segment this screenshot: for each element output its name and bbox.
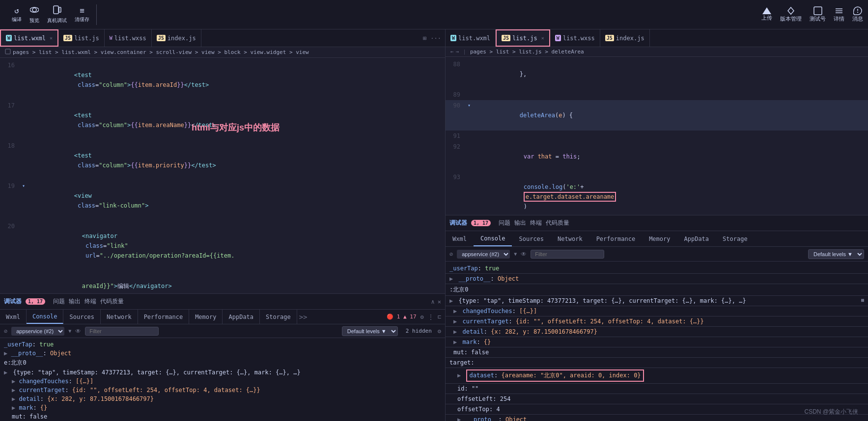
right-tab-list-wxml[interactable]: W list.wxml — [446, 29, 496, 47]
left-editor-wrapper: html与对应js中的数据 16 <test class="column">{{… — [0, 58, 445, 293]
console-entry-mut: mut: false — [4, 412, 441, 421]
js-icon-2: JS — [157, 35, 166, 41]
r-entry-proto[interactable]: ▶ __proto__: Object — [446, 274, 868, 284]
rdt-appdata[interactable]: AppData — [677, 231, 716, 246]
dt-storage[interactable]: Storage — [260, 310, 297, 324]
rdt-console[interactable]: Console — [474, 231, 512, 246]
right-tab-terminal[interactable]: 终端 — [530, 219, 542, 227]
debug-tab-terminal[interactable]: 终端 — [84, 297, 96, 306]
left-panel: W list.wxml ✕ JS list.js W list.wxss JS … — [0, 29, 446, 421]
clear-cache-btn[interactable]: ≡ 清缓存 — [72, 5, 92, 24]
message-btn[interactable]: 消息 — [852, 6, 863, 23]
right-tab-output[interactable]: 输出 — [514, 219, 526, 227]
r-entry-detail: ▶ detail: {x: 282, y: 87.15001678466797} — [446, 327, 868, 337]
eye-icon-left[interactable]: 👁 — [75, 328, 81, 335]
main-content: W list.wxml ✕ JS list.js W list.wxss JS … — [0, 29, 868, 421]
error-badge: 🔴 1 ▲ 17 — [387, 314, 416, 320]
tab-list-wxss[interactable]: W list.wxss — [105, 29, 152, 47]
right-console-output[interactable]: _userTap: true ▶ __proto__: Object :北京0 … — [446, 262, 868, 421]
filter-input-left[interactable] — [85, 327, 159, 336]
rdt-network[interactable]: Network — [551, 231, 589, 246]
context-select-right[interactable]: appservice (#2) — [457, 250, 510, 259]
right-tab-list-js[interactable]: JS list.js ✕ — [496, 29, 550, 47]
level-select-left[interactable]: Default levels ▼ — [342, 326, 398, 336]
collapse-icon[interactable]: ∧ — [431, 298, 435, 305]
r-entry-currenttarget: ▶ currentTarget: {id: "", offsetLeft: 25… — [446, 316, 868, 327]
r-entry-beijing: :北京0 — [446, 284, 868, 296]
preview-icon — [30, 5, 39, 16]
rdt-storage[interactable]: Storage — [716, 231, 755, 246]
dt-sources[interactable]: Sources — [63, 310, 101, 324]
clear-icon: ≡ — [80, 6, 84, 15]
eye-icon-right[interactable]: 👁 — [521, 251, 527, 258]
right-tab-list-wxss[interactable]: W list.wxss — [550, 29, 600, 47]
right-code-editor[interactable]: 88 }, 89 90 ▾ deleteArea(e — [446, 57, 868, 215]
close-debug-icon[interactable]: ✕ — [438, 298, 441, 305]
dt-appdata[interactable]: AppData — [223, 310, 260, 324]
settings-icon-filter[interactable]: ⚙ — [438, 328, 441, 335]
debug-toolbar-right: 调试器 1, 17 问题 输出 终端 代码质量 — [446, 215, 868, 231]
debug-tab-output[interactable]: 输出 — [69, 297, 81, 306]
compile-btn[interactable]: ↺ 编译 — [9, 5, 25, 24]
console-content-left[interactable]: _userTap: true ▶ __proto__: Object e:北京0… — [0, 338, 445, 421]
rdt-memory[interactable]: Memory — [642, 231, 677, 246]
debug-tab-issues[interactable]: 问题 — [53, 297, 65, 306]
left-code-editor[interactable]: 16 <test class="column">{{item.areaId}}<… — [0, 58, 445, 293]
tab-close-right[interactable]: ✕ — [541, 35, 544, 41]
forward-icon[interactable]: → — [456, 49, 459, 55]
debug-toolbar-actions: ∧ ✕ — [431, 298, 441, 305]
console-entry-proto: ▶ __proto__: Object — [4, 349, 441, 358]
svg-point-0 — [32, 8, 36, 12]
right-tab-index-js[interactable]: JS index.js — [600, 29, 650, 47]
dock-icon[interactable]: ⊏ — [438, 314, 441, 320]
right-tab-issues[interactable]: 问题 — [499, 219, 510, 227]
details-btn[interactable]: 详情 — [834, 6, 844, 23]
tab-index-js[interactable]: JS index.js — [152, 29, 201, 47]
device-debug-btn[interactable]: 真机调试 — [44, 4, 70, 25]
left-tab-bar: W list.wxml ✕ JS list.js W list.wxss JS … — [0, 29, 445, 47]
test-btn[interactable]: 测试号 — [810, 6, 826, 23]
r-code-line-89: 89 — [446, 89, 868, 100]
debug-toolbar-left: 调试器 1, 17 问题 输出 终端 代码质量 ∧ ✕ — [0, 294, 445, 310]
code-line-20b: areaId}}">编辑</navigator> — [0, 271, 445, 293]
rdt-sources[interactable]: Sources — [512, 231, 551, 246]
dt-wxml[interactable]: Wxml — [0, 310, 27, 324]
dt-right-actions: 🔴 1 ▲ 17 ⚙ ⋮ ⊏ — [387, 310, 445, 324]
r-entry-id: id: "" — [446, 384, 868, 394]
split-editor-icon[interactable]: ⊞ — [423, 35, 426, 42]
back-icon[interactable]: ← — [450, 49, 454, 55]
version-btn[interactable]: 版本管理 — [780, 6, 802, 23]
preview-btn[interactable]: 预览 — [27, 4, 42, 25]
csdn-watermark: CSDN @紫金小飞侠 — [804, 408, 858, 416]
right-tab-quality[interactable]: 代码质量 — [546, 219, 569, 227]
right-devtools-tabs: Wxml Console Sources Network Performance… — [446, 231, 868, 247]
tab-list-wxml[interactable]: W list.wxml ✕ — [0, 29, 58, 47]
debug-tab-quality[interactable]: 代码质量 — [100, 297, 124, 306]
upload-btn[interactable]: 上传 — [761, 7, 772, 22]
more-icon[interactable]: ⋮ — [428, 314, 434, 320]
svg-rect-11 — [5, 49, 10, 54]
r-code-line-88: 88 }, — [446, 59, 868, 89]
tab-close-wxml[interactable]: ✕ — [50, 35, 53, 41]
wxml-icon-r: W — [450, 35, 456, 41]
left-breadcrumb: pages > list > list.wxml > view.containe… — [0, 47, 445, 58]
settings-icon[interactable]: ⚙ — [420, 314, 424, 320]
filter-input-right[interactable] — [531, 250, 604, 259]
right-tab-bar: W list.wxml JS list.js ✕ W list.wxss JS … — [446, 29, 868, 47]
right-panel-top: W list.wxml JS list.js ✕ W list.wxss JS … — [446, 29, 868, 215]
r-entry-tap-obj[interactable]: ▶ {type: "tap", timeStamp: 47377213, tar… — [446, 296, 868, 306]
level-select-right[interactable]: Default levels ▼ — [808, 249, 864, 259]
filter-bar-left: ⊘ appservice (#2) ▼ 👁 Default levels ▼ 2… — [0, 324, 445, 338]
more-tabs-icon-left[interactable]: >> — [299, 310, 308, 324]
rdt-performance[interactable]: Performance — [589, 231, 642, 246]
more-tabs-icon[interactable]: ··· — [430, 35, 441, 42]
dt-network[interactable]: Network — [101, 310, 138, 324]
tab-list-js[interactable]: JS list.js — [58, 29, 105, 47]
rdt-wxml[interactable]: Wxml — [446, 231, 474, 246]
dt-performance[interactable]: Performance — [138, 310, 189, 324]
console-entry-tap-obj[interactable]: ▶ {type: "tap", timeStamp: 47377213, tar… — [4, 368, 441, 377]
dt-memory[interactable]: Memory — [189, 310, 223, 324]
dt-console[interactable]: Console — [27, 310, 64, 324]
r-entry-mut: mut: false — [446, 347, 868, 358]
context-select-left[interactable]: appservice (#2) — [11, 327, 64, 336]
